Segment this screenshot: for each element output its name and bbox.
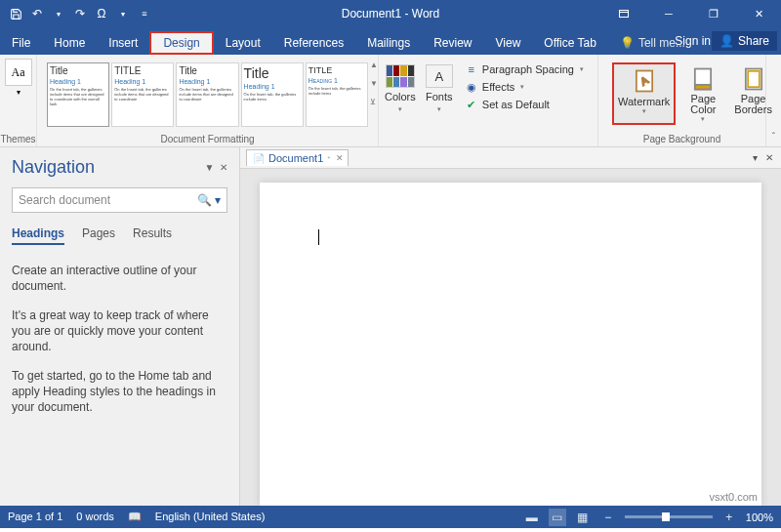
- word-count[interactable]: 0 words: [76, 511, 114, 523]
- fonts-button[interactable]: A Fonts ▾: [426, 64, 453, 113]
- save-icon[interactable]: [6, 4, 25, 23]
- tab-mailings[interactable]: Mailings: [355, 31, 422, 55]
- share-label: Share: [738, 34, 769, 48]
- tab-review[interactable]: Review: [422, 31, 483, 55]
- style-set-item[interactable]: TITLEHeading 1On the Insert tab, the gal…: [111, 62, 174, 127]
- svg-rect-0: [620, 11, 629, 18]
- tab-home[interactable]: Home: [42, 31, 97, 55]
- themes-label: Themes: [0, 134, 35, 144]
- nav-close-icon[interactable]: ✕: [220, 162, 227, 173]
- search-placeholder: Search document: [19, 193, 110, 207]
- undo-icon[interactable]: ↶: [27, 4, 47, 23]
- style-set-item[interactable]: TitleHeading 1On the Insert tab, the gal…: [241, 62, 304, 127]
- tab-office-tab[interactable]: Office Tab: [532, 31, 608, 55]
- sign-in-link[interactable]: Sign in: [675, 34, 711, 48]
- restore-button[interactable]: ❐: [691, 0, 736, 27]
- tab-insert[interactable]: Insert: [97, 31, 149, 55]
- web-layout-icon[interactable]: ▦: [574, 509, 592, 526]
- watermark-button[interactable]: A Watermark ▾: [612, 62, 676, 125]
- collapse-ribbon-icon[interactable]: ˆ: [772, 132, 775, 143]
- style-set-item[interactable]: TitleHeading 1On the Insert tab, the gal…: [47, 62, 109, 127]
- zoom-in-icon[interactable]: +: [720, 509, 738, 526]
- tab-view[interactable]: View: [484, 31, 533, 55]
- document-area: 📄 Document1 * ✕ ▾ ✕: [240, 147, 781, 506]
- nav-text: It's a great way to keep track of where …: [12, 307, 227, 354]
- language-status[interactable]: English (United States): [155, 511, 266, 523]
- colors-label: Colors: [385, 91, 416, 102]
- word-doc-icon: 📄: [253, 153, 265, 164]
- style-set-item[interactable]: TITLEHeading 1On the Insert tab, the gal…: [306, 62, 368, 127]
- page-borders-button[interactable]: Page Borders: [730, 62, 776, 125]
- print-layout-icon[interactable]: ▭: [549, 509, 566, 526]
- omega-icon[interactable]: Ω: [92, 4, 111, 23]
- ribbon-display-icon[interactable]: [601, 0, 646, 27]
- nav-text: To get started, go to the Home tab and a…: [12, 368, 227, 415]
- themes-button[interactable]: Aa: [5, 59, 32, 86]
- share-button[interactable]: 👤Share: [712, 31, 777, 51]
- zoom-out-icon[interactable]: −: [599, 509, 617, 526]
- tab-close-icon[interactable]: ✕: [336, 153, 344, 163]
- zoom-thumb[interactable]: [662, 512, 670, 521]
- colors-icon: [386, 64, 415, 88]
- chevron-down-icon[interactable]: ▾: [49, 4, 68, 23]
- nav-tab-pages[interactable]: Pages: [82, 226, 115, 245]
- fonts-icon: A: [426, 64, 453, 88]
- workspace: Navigation ▼ ✕ Search document 🔍 ▾ Headi…: [0, 147, 781, 506]
- zoom-slider[interactable]: [625, 515, 713, 518]
- svg-rect-5: [695, 85, 711, 90]
- window-controls: ─ ❐ ✕: [601, 0, 781, 27]
- gallery-down-icon[interactable]: ▼: [370, 79, 378, 88]
- document-page[interactable]: [260, 183, 761, 506]
- colors-button[interactable]: Colors ▾: [385, 64, 416, 113]
- style-set-gallery[interactable]: TitleHeading 1On the Insert tab, the gal…: [43, 59, 372, 131]
- redo-icon[interactable]: ↷: [70, 4, 90, 23]
- tab-references[interactable]: References: [272, 31, 355, 55]
- gallery-more-icon[interactable]: ⊻: [370, 98, 378, 106]
- page-container: [240, 169, 781, 506]
- chevron-down-icon[interactable]: ▾: [113, 4, 133, 23]
- spellcheck-icon[interactable]: 📖: [128, 511, 142, 523]
- close-button[interactable]: ✕: [736, 0, 781, 27]
- text-cursor: [318, 229, 319, 245]
- effects-icon: ◉: [465, 80, 478, 94]
- set-default-button[interactable]: ✔Set as Default: [465, 98, 584, 111]
- watermark-label: Watermark: [618, 96, 670, 107]
- nav-dropdown-icon[interactable]: ▼: [205, 162, 215, 173]
- read-mode-icon[interactable]: ▬: [523, 509, 541, 526]
- doc-formatting-label: Document Formatting: [160, 134, 254, 144]
- tab-design[interactable]: Design: [149, 31, 213, 55]
- nav-tab-results[interactable]: Results: [133, 226, 172, 245]
- tab-layout[interactable]: Layout: [214, 31, 272, 55]
- nav-tab-headings[interactable]: Headings: [12, 226, 64, 245]
- tab-file[interactable]: File: [0, 31, 42, 55]
- minimize-button[interactable]: ─: [646, 0, 691, 27]
- search-icon[interactable]: 🔍 ▾: [197, 193, 221, 207]
- search-input[interactable]: Search document 🔍 ▾: [12, 187, 227, 213]
- ribbon: Aa ▾ Themes TitleHeading 1On the Insert …: [0, 55, 781, 147]
- brand-watermark: vsxt0.com: [709, 491, 758, 503]
- watermark-icon: A: [629, 66, 660, 96]
- spacing-icon: ≡: [465, 62, 478, 76]
- page-borders-icon: [738, 64, 769, 94]
- effects-button[interactable]: ◉Effects▾: [465, 80, 584, 94]
- window-title: Document1 - Word: [342, 7, 439, 20]
- gallery-up-icon[interactable]: ▲: [370, 61, 378, 69]
- status-bar: Page 1 of 1 0 words 📖 English (United St…: [0, 506, 781, 528]
- fonts-label: Fonts: [426, 91, 453, 102]
- page-borders-label: Page Borders: [734, 94, 772, 115]
- qat-customize-icon[interactable]: ≡: [135, 4, 154, 23]
- paragraph-spacing-button[interactable]: ≡Paragraph Spacing▾: [465, 62, 584, 76]
- lightbulb-icon: 💡: [620, 36, 635, 50]
- page-background-label: Page Background: [643, 134, 721, 144]
- tab-menu-icon[interactable]: ▾: [753, 152, 758, 163]
- title-bar: ↶ ▾ ↷ Ω ▾ ≡ Document1 - Word ─ ❐ ✕: [0, 0, 781, 27]
- page-color-label: Page Color: [687, 94, 719, 115]
- check-icon: ✔: [465, 98, 478, 111]
- page-color-button[interactable]: Page Color ▾: [683, 62, 722, 125]
- document-tab[interactable]: 📄 Document1 * ✕: [246, 149, 349, 166]
- style-set-item[interactable]: TitleHeading 1On the Insert tab, the gal…: [176, 62, 238, 127]
- zoom-level[interactable]: 100%: [746, 512, 773, 523]
- tab-close-all-icon[interactable]: ✕: [765, 152, 773, 163]
- ribbon-tabs: File Home Insert Design Layout Reference…: [0, 27, 781, 55]
- page-count[interactable]: Page 1 of 1: [8, 511, 62, 523]
